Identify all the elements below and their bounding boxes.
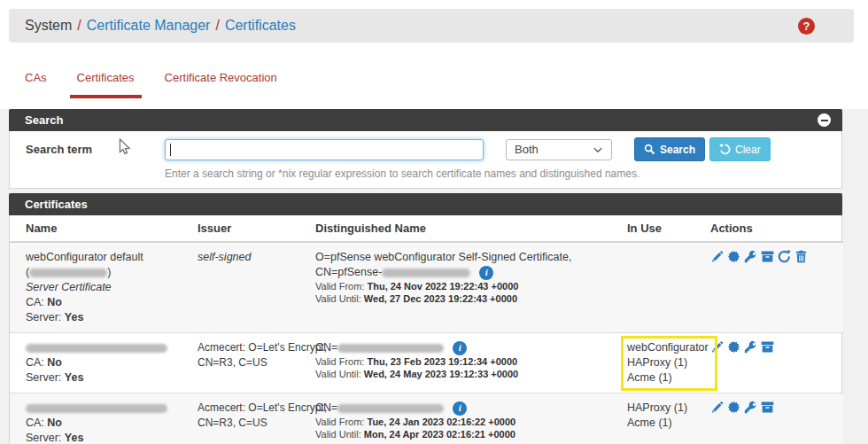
export-certificate-icon[interactable]: [727, 340, 740, 354]
tab-bar: CAs Certificates Certificate Revocation: [25, 71, 277, 93]
column-header-dn: Distinguished Name: [306, 215, 618, 242]
valid-from: Valid From: Tue, 24 Jan 2023 02:16:22 +0…: [315, 416, 609, 428]
export-certificate-icon[interactable]: [727, 401, 740, 414]
redacted-text: [382, 269, 470, 277]
cert-name: webConfigurator default: [26, 250, 180, 265]
search-scope-select[interactable]: Both: [506, 139, 612, 160]
actions-cell: [710, 401, 834, 414]
export-key-icon[interactable]: [744, 340, 757, 354]
clear-button-label: Clear: [735, 144, 761, 156]
text-caret: [170, 144, 171, 156]
export-key-icon[interactable]: [744, 401, 757, 414]
cert-issuer: self-signed: [198, 250, 298, 265]
valid-until: Valid Until: Mon, 24 Apr 2023 02:16:21 +…: [315, 428, 609, 440]
search-scope-value: Both: [515, 143, 539, 156]
in-use-item: Acme (1): [627, 416, 698, 431]
certificates-panel-title: Certificates: [25, 198, 88, 211]
cert-issuer-line1: Acmecert: O=Let's Encrypt,: [198, 340, 298, 355]
certificates-panel-header: Certificates: [9, 193, 842, 215]
cert-server-flag: Server: Yes: [26, 431, 180, 444]
tab-certificates[interactable]: Certificates: [77, 71, 135, 93]
info-icon[interactable]: i: [479, 266, 493, 280]
search-panel-header: Search: [9, 109, 842, 131]
column-header-issuer: Issuer: [189, 215, 306, 242]
breadcrumb-link-certificates[interactable]: Certificates: [225, 18, 296, 34]
cert-issuer-line2: CN=R3, C=US: [198, 355, 298, 370]
breadcrumb-link-certificate-manager[interactable]: Certificate Manager: [87, 18, 211, 34]
cert-ca-flag: CA: No: [26, 355, 180, 370]
cert-dn-line1: CN=i: [315, 401, 609, 416]
info-icon[interactable]: i: [453, 401, 467, 416]
chevron-down-icon: [593, 144, 603, 155]
in-use-cell: webConfigurator HAProxy (1) Acme (1): [618, 333, 707, 393]
redacted-text: [26, 344, 167, 353]
redacted-text: [337, 344, 444, 353]
cert-name-redacted: [26, 340, 180, 355]
redacted-text: [26, 404, 167, 413]
breadcrumb: System / Certificate Manager / Certifica…: [9, 9, 854, 43]
export-key-icon[interactable]: [744, 250, 757, 263]
cert-server-flag: Server: Yes: [26, 370, 180, 386]
valid-until: Valid Until: Wed, 24 May 2023 19:12:33 +…: [315, 368, 609, 380]
in-use-item: Acme (1): [627, 370, 709, 386]
search-term-label: Search term: [26, 137, 165, 156]
help-icon[interactable]: ?: [798, 18, 815, 35]
cert-name-redacted: [26, 401, 180, 416]
cert-ca-flag: CA: No: [26, 295, 180, 310]
cert-ca-flag: CA: No: [26, 416, 180, 431]
search-button-label: Search: [660, 144, 695, 156]
in-use-item: webConfigurator: [627, 340, 709, 355]
table-header-row: Name Issuer Distinguished Name In Use Ac…: [10, 215, 843, 242]
search-input[interactable]: [165, 139, 484, 160]
in-use-cell: HAProxy (1) Acme (1): [618, 393, 707, 444]
export-p12-icon[interactable]: [761, 401, 774, 414]
cert-dn-line1: CN=i: [315, 340, 609, 355]
export-p12-icon[interactable]: [761, 250, 774, 263]
search-panel-title: Search: [25, 113, 63, 127]
cert-type: Server Certificate: [26, 280, 180, 295]
search-button[interactable]: Search: [634, 137, 705, 161]
table-row: CA: No Server: Yes Acmecert: O=Let's Enc…: [10, 393, 843, 444]
renew-icon[interactable]: [778, 250, 791, 263]
in-use-item: HAProxy (1): [627, 355, 709, 370]
clear-button[interactable]: Clear: [709, 137, 771, 161]
search-panel: Search Search term Both Search: [9, 109, 842, 189]
tab-cas[interactable]: CAs: [25, 71, 47, 93]
table-row: CA: No Server: Yes Acmecert: O=Let's Enc…: [10, 333, 843, 393]
valid-from: Valid From: Thu, 23 Feb 2023 19:12:34 +0…: [315, 355, 609, 368]
column-header-actions: Actions: [707, 215, 843, 242]
redacted-text: [337, 404, 444, 413]
edit-icon[interactable]: [710, 250, 724, 263]
undo-icon: [719, 144, 731, 155]
breadcrumb-separator: /: [215, 18, 219, 34]
delete-icon[interactable]: [794, 250, 808, 263]
edit-icon[interactable]: [710, 340, 724, 354]
cert-issuer-line2: CN=R3, C=US: [198, 416, 298, 431]
breadcrumb-separator: /: [77, 18, 81, 34]
actions-cell: [710, 250, 834, 263]
table-row: webConfigurator default () Server Certif…: [10, 242, 843, 333]
valid-from: Valid From: Thu, 24 Nov 2022 19:22:43 +0…: [315, 280, 609, 292]
info-icon[interactable]: i: [453, 341, 467, 355]
certificates-panel: Certificates Name Issuer Distinguished N…: [9, 193, 842, 444]
content-area: Search Search term Both Search: [0, 109, 868, 444]
tab-certificate-revocation[interactable]: Certificate Revocation: [165, 71, 277, 93]
breadcrumb-section: System: [25, 18, 72, 34]
certificates-table: Name Issuer Distinguished Name In Use Ac…: [10, 215, 843, 444]
collapse-minus-icon[interactable]: [818, 113, 831, 127]
column-header-name: Name: [10, 215, 189, 242]
column-header-in-use: In Use: [618, 215, 707, 242]
in-use-cell: [618, 242, 707, 333]
cert-dn-line1: O=pfSense webConfigurator Self-Signed Ce…: [315, 250, 609, 265]
search-help-text: Enter a search string or *nix regular ex…: [165, 167, 771, 180]
in-use-item: HAProxy (1): [627, 401, 698, 416]
cert-issuer-line1: Acmecert: O=Let's Encrypt,: [198, 401, 298, 416]
export-certificate-icon[interactable]: [727, 250, 740, 263]
cert-server-flag: Server: Yes: [26, 310, 180, 325]
search-panel-body: Search term Both Search: [10, 131, 841, 188]
edit-icon[interactable]: [710, 401, 724, 414]
actions-cell: [710, 340, 834, 354]
valid-until: Valid Until: Wed, 27 Dec 2023 19:22:43 +…: [315, 292, 609, 305]
export-p12-icon[interactable]: [761, 340, 774, 354]
cert-name-redacted: (): [26, 265, 180, 280]
